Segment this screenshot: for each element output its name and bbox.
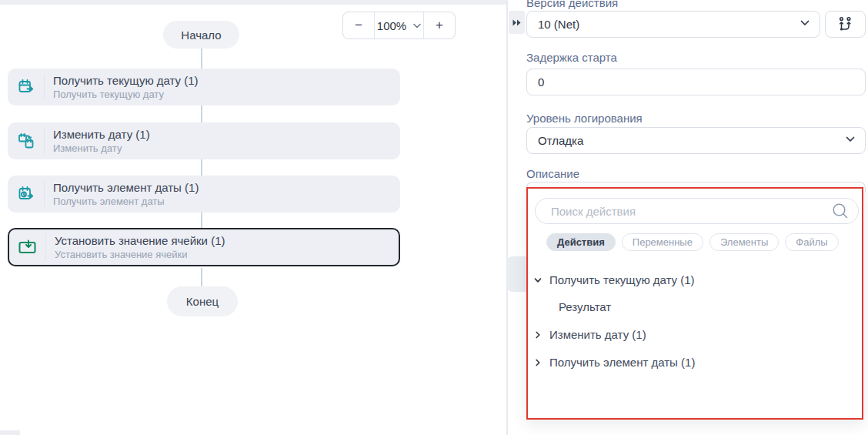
node-subtitle: Установить значение ячейки	[55, 249, 225, 260]
connector-line	[201, 159, 202, 176]
start-delay-value: 0	[538, 75, 544, 89]
start-delay-input[interactable]: 0	[526, 69, 866, 95]
log-level-select[interactable]: Отладка	[526, 127, 866, 154]
canvas-top-strip	[0, 0, 507, 5]
filter-chip-row: Действия Переменные Элементы Файлы	[546, 233, 839, 251]
calendar-clock-arrow-icon	[8, 185, 44, 203]
chip-actions[interactable]: Действия	[546, 233, 616, 251]
node-subtitle: Получить элемент даты	[53, 196, 199, 207]
node-title: Установить значение ячейки (1)	[55, 234, 225, 247]
action-version-label: Версия действия	[526, 0, 618, 9]
action-version-select[interactable]: 10 (Net)	[526, 11, 820, 38]
end-node-label: Конец	[186, 295, 219, 308]
magnifier-icon	[832, 202, 849, 219]
chip-elements[interactable]: Элементы	[709, 233, 779, 251]
chip-files[interactable]: Файлы	[785, 233, 838, 251]
tree-item-label: Получить элемент даты (1)	[549, 356, 695, 369]
panel-divider	[506, 0, 508, 435]
node-title: Изменить дату (1)	[53, 128, 150, 141]
node-subtitle: Изменить дату	[53, 142, 150, 154]
collapse-panel-button[interactable]	[509, 11, 525, 34]
node-subtitle: Получить текущую дату	[53, 89, 199, 100]
node-title: Получить текущую дату (1)	[53, 74, 199, 87]
side-tab-handle[interactable]	[506, 256, 527, 292]
chevron-down-icon	[413, 23, 421, 28]
tree-item-label: Получить текущую дату (1)	[549, 273, 695, 286]
chevron-down-icon	[800, 20, 810, 26]
tree-item-label: Изменить дату (1)	[549, 328, 646, 341]
zoom-in-button[interactable]: +	[424, 12, 455, 38]
tree-item-get-date-element[interactable]: Получить элемент даты (1)	[532, 356, 695, 369]
tree-item-get-current-date[interactable]: Получить текущую дату (1)	[532, 273, 695, 286]
tree-item-label: Результат	[559, 300, 611, 313]
connector-line	[201, 105, 202, 122]
workflow-node-set-cell-value[interactable]: Установить значение ячейки (1) Установит…	[8, 228, 400, 266]
log-level-label: Уровень логирования	[526, 112, 643, 125]
action-search-popup: Действия Переменные Элементы Файлы Получ…	[526, 187, 863, 420]
cell-set-value-icon	[9, 238, 45, 256]
search-input[interactable]	[549, 204, 832, 219]
log-level-value: Отладка	[538, 134, 583, 147]
action-version-value: 10 (Net)	[538, 18, 579, 31]
connector-line	[201, 212, 202, 229]
connector-line	[201, 268, 202, 286]
chevron-down-icon[interactable]	[532, 276, 543, 285]
workflow-node-get-current-date[interactable]: Получить текущую дату (1) Получить текущ…	[8, 69, 400, 105]
calendar-change-icon	[8, 132, 44, 150]
double-chevron-right-icon	[512, 18, 522, 27]
zoom-level-value: 100%	[377, 19, 406, 32]
workflow-node-change-date[interactable]: Изменить дату (1) Изменить дату	[8, 122, 400, 159]
end-node[interactable]: Конец	[167, 286, 238, 316]
chevron-right-icon[interactable]	[532, 358, 543, 367]
zoom-control: − 100% +	[342, 12, 456, 39]
connector-line	[201, 49, 202, 69]
workflow-editor: Начало Конец − 100% + Получить текущую д…	[0, 0, 868, 435]
chevron-down-icon	[846, 136, 855, 142]
zoom-out-button[interactable]: −	[343, 12, 374, 38]
version-history-button[interactable]	[825, 11, 866, 38]
branch-versions-icon	[837, 16, 853, 32]
chip-variables[interactable]: Переменные	[622, 233, 703, 251]
zoom-level-dropdown[interactable]: 100%	[374, 12, 424, 38]
tree-item-result[interactable]: Результат	[559, 300, 611, 313]
start-node-label: Начало	[181, 28, 221, 42]
description-label: Описание	[526, 167, 579, 180]
workflow-node-get-date-element[interactable]: Получить элемент даты (1) Получить элеме…	[8, 176, 400, 212]
action-search-field[interactable]	[535, 198, 859, 224]
start-node[interactable]: Начало	[163, 21, 239, 49]
start-delay-label: Задержка старта	[526, 51, 617, 64]
canvas-bottom-strip	[0, 430, 20, 435]
tree-item-change-date[interactable]: Изменить дату (1)	[532, 328, 646, 341]
chevron-right-icon[interactable]	[532, 330, 543, 340]
node-title: Получить элемент даты (1)	[53, 181, 199, 194]
calendar-arrow-icon	[8, 78, 44, 96]
